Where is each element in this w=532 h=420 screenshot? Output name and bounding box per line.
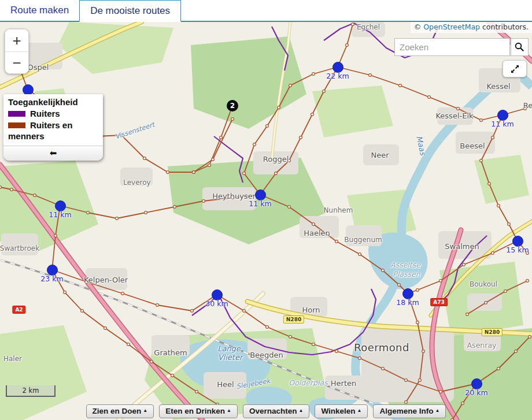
marker-distance-label: 30 km [205,299,228,308]
marker-dot-icon[interactable] [255,189,266,200]
caret-up-icon: ▲ [357,408,362,413]
bottom-menu-label: Overnachten [249,407,297,415]
tab[interactable]: Route maken [0,0,79,21]
zoom-control: + − [5,29,29,74]
search-input[interactable] [394,38,510,56]
tab-label: Route maken [10,5,69,16]
bottom-menu-button[interactable]: Eten en Drinken ▲ [159,404,238,418]
attribution: © OpenStreetMap contributors. [411,22,532,33]
cluster-count: 2 [227,100,238,111]
attribution-suffix: contributors. [482,23,529,31]
map-canvas[interactable]: Ospel Egchel Vissensteert Kessel Kessel-… [0,22,532,420]
marker-dot-icon[interactable] [212,289,223,300]
marker-distance-label: 18 km [396,298,419,307]
bottom-menu-button[interactable]: Algemene Info ▲ [373,404,446,418]
bottom-menu-label: Winkelen [321,407,355,415]
marker-distance-label: 11 km [491,120,513,128]
marker-dot-icon[interactable] [497,110,508,121]
legend-item-label: Ruiters [30,109,60,118]
caret-up-icon: ▲ [143,408,147,413]
arrow-left-icon: ⬅ [50,148,57,158]
scale-bar: 2 km [6,385,56,397]
copyright-symbol: © [414,23,422,31]
marker-distance-label: 15 km [506,246,529,254]
marker-distance-label: 22 km [326,72,349,80]
marker-dot-icon[interactable] [402,288,413,299]
fullscreen-expand-icon [510,64,520,74]
bottom-menu-button[interactable]: Overnachten ▲ [243,404,309,418]
marker-distance-label: 23 km [40,274,63,283]
scale-label: 2 km [23,386,39,395]
marker-dot-icon[interactable] [47,265,58,276]
zoom-in-button[interactable]: + [5,29,28,51]
bottom-menu-button[interactable]: Zien en Doen ▲ [86,404,154,418]
caret-up-icon: ▲ [298,408,303,413]
legend-panel: Toegankelijkheid Ruiters Ruiters en menn… [3,94,103,161]
fullscreen-button[interactable] [503,60,527,77]
marker-distance-label: 11 km [49,210,71,219]
tab[interactable]: De mooiste routes [79,0,181,22]
osm-link[interactable]: OpenStreetMap [423,23,480,31]
tab-label: De mooiste routes [90,5,170,17]
marker-distance-label: 11 km [249,199,271,208]
bottom-menu-label: Algemene Info [379,407,433,415]
bottom-menu-button[interactable]: Winkelen ▲ [315,404,368,418]
marker-dot-icon[interactable] [55,200,66,211]
search-button[interactable] [511,38,529,56]
search-box [394,38,529,56]
zoom-out-button[interactable]: − [5,51,28,73]
bottom-menu-label: Zien en Doen [93,407,142,415]
page: Route maken De mooiste routes [0,0,532,420]
marker-distance-label: 20 km [465,388,487,397]
legend-collapse-button[interactable]: ⬅ [3,146,103,161]
search-icon [515,42,524,52]
legend-item: Ruiters [8,108,98,120]
bottom-menu: Zien en Doen ▲ Eten en Drinken ▲ Overnac… [0,403,532,420]
marker-dot-icon[interactable] [471,378,482,389]
legend-title: Toegankelijkheid [8,97,98,107]
marker-dot-icon[interactable] [23,84,34,95]
marker-dot-icon[interactable] [332,62,343,73]
map-tiles [0,22,532,420]
tab-bar: Route maken De mooiste routes [0,0,532,22]
marker-dot-icon[interactable] [512,236,523,247]
legend-item: Ruiters en menners [8,120,98,142]
legend-color-swatch [8,111,25,117]
caret-up-icon: ▲ [227,408,231,413]
caret-up-icon: ▲ [435,408,440,413]
legend-color-swatch [8,122,25,128]
bottom-menu-label: Eten en Drinken [165,407,225,415]
